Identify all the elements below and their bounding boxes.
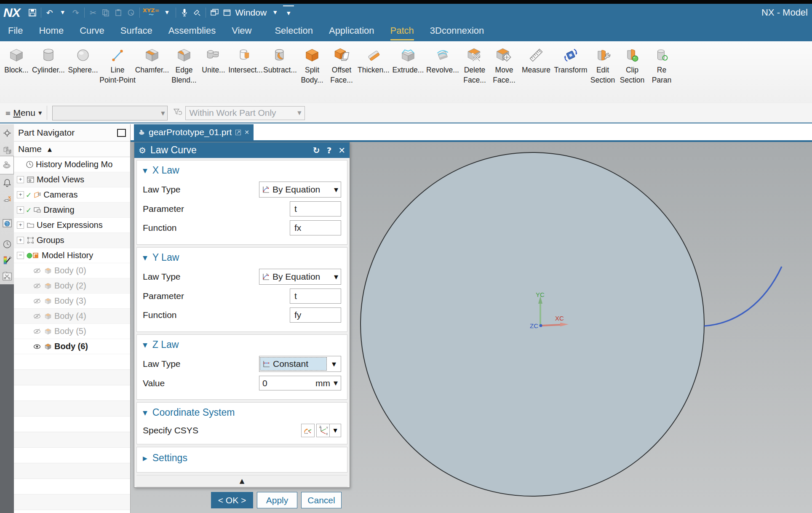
tree-item-body-6[interactable]: Body (6)	[14, 339, 130, 354]
ribbon-button-unite[interactable]: Unite...	[199, 41, 228, 75]
ribbon-button-clip-section[interactable]: Clip Section	[617, 41, 647, 85]
ribbon-button-remove-parameters[interactable]: Re Paran	[647, 41, 676, 85]
ribbon-button-edge-blend[interactable]: Edge Blend...	[169, 41, 199, 85]
tree-item-body-4[interactable]: Body (4)	[14, 309, 130, 324]
ribbon-button-extrude[interactable]: Extrude...	[391, 41, 425, 75]
expand-icon[interactable]: +	[17, 206, 24, 214]
dialog-reset-icon[interactable]: ↻	[313, 145, 320, 155]
z-law-type-dropdown[interactable]: Constant ▼	[259, 356, 341, 372]
expression-xyz-icon[interactable]: XYZ=〜	[143, 6, 160, 19]
window-dropdown-icon[interactable]: ▼	[270, 6, 280, 19]
tree-item-body-0[interactable]: Body (0)	[14, 263, 130, 278]
apply-button[interactable]: Apply	[257, 492, 297, 508]
expression-dropdown-icon[interactable]: ▼	[161, 6, 172, 19]
ribbon-button-thicken[interactable]: Thicken...	[356, 41, 391, 75]
ribbon-button-revolve[interactable]: Revolve...	[425, 41, 460, 75]
expand-icon[interactable]: +	[17, 176, 24, 183]
ribbon-button-block[interactable]: Block...	[2, 41, 31, 75]
ribbon-button-edit-section[interactable]: Edit Section	[588, 41, 617, 85]
menu-3dconnexion[interactable]: 3Dconnexion	[430, 22, 484, 40]
constraint-navigator-icon[interactable]	[0, 192, 14, 207]
menu-home[interactable]: Home	[39, 22, 64, 40]
hidden-eye-icon[interactable]	[32, 313, 42, 320]
visible-eye-icon[interactable]	[32, 343, 42, 350]
command-finder-icon[interactable]	[192, 6, 203, 19]
menu-file[interactable]: File	[8, 22, 23, 40]
menu-patch[interactable]: Patch	[390, 22, 414, 40]
ok-button[interactable]: < OK >	[211, 492, 253, 508]
hidden-eye-icon[interactable]	[32, 282, 42, 290]
dialog-titlebar[interactable]: ⚙ Law Curve ↻ ? ✕	[134, 142, 350, 158]
collapse-ribbon-icon[interactable]: ▼	[283, 5, 294, 19]
csys-axes-button[interactable]: ZYX	[316, 424, 330, 437]
ribbon-button-move-face[interactable]: Move Face...	[489, 41, 519, 85]
csys-dialog-button[interactable]	[301, 424, 315, 437]
collapse-icon[interactable]: −	[17, 252, 24, 259]
settings-section-header[interactable]: ▶ Settings	[143, 449, 341, 467]
ribbon-button-split-body[interactable]: Split Body...	[297, 41, 327, 85]
ribbon-button-cylinder[interactable]: Cylinder...	[31, 41, 66, 75]
x-law-type-dropdown[interactable]: fx By Equation ▼	[259, 182, 341, 198]
gear-icon[interactable]	[0, 126, 14, 140]
tools-icon[interactable]	[0, 269, 14, 283]
menu-selection[interactable]: Selection	[275, 22, 313, 40]
x-parameter-input[interactable]: t	[290, 201, 341, 216]
ribbon-button-line[interactable]: Line Point-Point	[100, 41, 135, 85]
check-icon[interactable]: ✓	[26, 191, 32, 199]
ribbon-button-offset-face[interactable]: Offset Face...	[327, 41, 356, 85]
selection-filter-icon[interactable]	[173, 107, 182, 118]
y-law-type-dropdown[interactable]: fx By Equation ▼	[259, 269, 341, 285]
web-browser-icon[interactable]	[0, 216, 14, 230]
tree-item-history-mode[interactable]: History Modeling Mo	[14, 157, 130, 172]
x-function-input[interactable]: fx	[290, 220, 341, 235]
dialog-help-icon[interactable]: ?	[327, 145, 332, 155]
close-tab-icon[interactable]: ✕	[244, 129, 249, 136]
tree-item-body-3[interactable]: Body (3)	[14, 294, 130, 309]
menu-button[interactable]: ≡ MMenuenu ▼	[5, 108, 42, 118]
tree-item-body-5[interactable]: Body (5)	[14, 324, 130, 339]
x-law-section-header[interactable]: ▼ X Law	[143, 162, 341, 178]
y-parameter-input[interactable]: t	[290, 289, 341, 304]
ribbon-button-subtract[interactable]: Subtract...	[263, 41, 297, 75]
name-column-header[interactable]: Name ▲	[14, 141, 130, 157]
z-value-field[interactable]: 0 mm ▼	[259, 376, 341, 390]
menu-assemblies[interactable]: Assemblies	[168, 22, 216, 40]
selection-type-combo[interactable]: ▼	[52, 106, 168, 120]
undock-tab-icon[interactable]: ↗	[235, 130, 241, 135]
ribbon-button-chamfer[interactable]: Chamfer...	[135, 41, 169, 75]
hidden-eye-icon[interactable]	[32, 328, 42, 335]
maximize-panel-icon[interactable]	[117, 129, 126, 137]
ribbon-button-sphere[interactable]: Sphere...	[66, 41, 100, 75]
menu-view[interactable]: View	[232, 22, 251, 40]
tree-item-model-views[interactable]: + Model Views	[14, 172, 130, 187]
cascade-windows-icon[interactable]	[209, 6, 220, 19]
ribbon-button-transform[interactable]: Transform	[553, 41, 588, 75]
window-menu[interactable]: Window	[235, 8, 267, 18]
undo-dropdown-icon[interactable]: ▼	[57, 6, 68, 19]
ribbon-button-delete-face[interactable]: Delete Face...	[460, 41, 489, 85]
menu-surface[interactable]: Surface	[120, 22, 152, 40]
unit-dropdown-icon[interactable]: ▼	[334, 380, 338, 386]
csys-section-header[interactable]: ▼ Coordinate System	[143, 404, 341, 420]
hidden-eye-icon[interactable]	[32, 267, 42, 275]
y-function-input[interactable]: fy	[290, 307, 341, 323]
part-navigator-icon[interactable]	[0, 156, 14, 174]
history-clock-icon[interactable]	[0, 237, 14, 251]
check-icon[interactable]: ✓	[26, 206, 32, 214]
expand-icon[interactable]: +	[17, 191, 24, 198]
notifications-bell-icon[interactable]	[0, 176, 14, 190]
selection-scope-dropdown[interactable]: Within Work Part Only ▼	[185, 106, 305, 120]
hidden-eye-icon[interactable]	[32, 297, 42, 305]
csys-dropdown-button[interactable]: ▼	[330, 424, 341, 437]
tree-item-model-history[interactable]: − Model History	[14, 248, 130, 263]
tree-item-body-2[interactable]: Body (2)	[14, 278, 130, 294]
tree-item-groups[interactable]: + Groups	[14, 233, 130, 248]
dialog-close-icon[interactable]: ✕	[338, 145, 345, 155]
ribbon-button-measure[interactable]: Measure	[519, 41, 553, 75]
tree-item-user-expressions[interactable]: + User Expressions	[14, 218, 130, 233]
y-law-section-header[interactable]: ▼ Y Law	[143, 249, 341, 265]
cancel-button[interactable]: Cancel	[301, 492, 342, 508]
microphone-icon[interactable]	[179, 6, 190, 19]
save-icon[interactable]	[27, 6, 38, 19]
menu-curve[interactable]: Curve	[80, 22, 104, 40]
